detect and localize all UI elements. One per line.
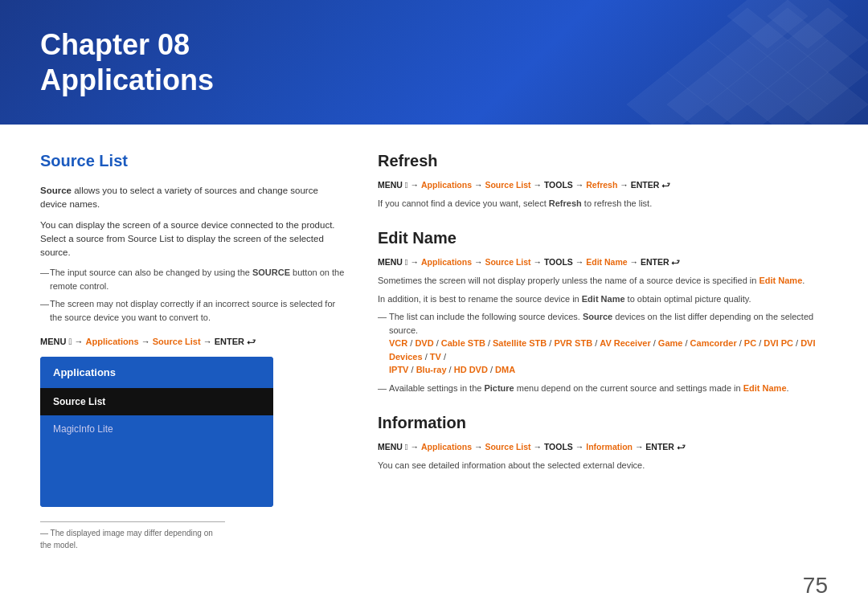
- edit-name-bullet-2: Available settings in the Picture menu d…: [378, 382, 828, 395]
- information-body: You can see detailed information about t…: [378, 459, 828, 472]
- refresh-heading: Refresh: [378, 149, 828, 173]
- app-box-magicinfo[interactable]: MagicInfo Lite: [40, 415, 273, 443]
- bullet-1: The input source can also be changed by …: [40, 266, 346, 292]
- chapter-title: Chapter 08 Applications: [40, 27, 214, 96]
- source-list-title: Source List: [40, 149, 346, 173]
- body-paragraph-1: You can display the screen of a source d…: [40, 219, 346, 260]
- edit-name-menu-path: MENU  → Applications → Source List → TO…: [378, 256, 828, 269]
- app-box-header: Applications: [40, 357, 273, 389]
- refresh-menu-path: MENU  → Applications → Source List → TO…: [378, 179, 828, 192]
- intro-paragraph: Source allows you to select a variety of…: [40, 184, 346, 212]
- page-header: Chapter 08 Applications: [0, 0, 868, 125]
- applications-box: Applications Source List MagicInfo Lite: [40, 357, 273, 508]
- edit-name-body-1: Sometimes the screen will not display pr…: [378, 274, 828, 288]
- bullet-2: The screen may not display correctly if …: [40, 297, 346, 324]
- page-number: 75: [803, 573, 828, 599]
- edit-name-bullet-1: The list can include the following sourc…: [378, 310, 828, 377]
- right-column: Refresh MENU  → Applications → Source L…: [378, 149, 828, 597]
- footnote-text: ― The displayed image may differ dependi…: [40, 527, 225, 551]
- source-bold: Source: [40, 186, 72, 195]
- information-menu-path: MENU  → Applications → Source List → TO…: [378, 441, 828, 454]
- menu-path-left: MENU  → Applications → Source List → EN…: [40, 335, 346, 349]
- left-column: Source List Source allows you to select …: [40, 149, 346, 597]
- app-box-source-list[interactable]: Source List: [40, 388, 273, 415]
- refresh-body: If you cannot find a device you want, se…: [378, 197, 828, 210]
- edit-name-body-2: In addition, it is best to rename the so…: [378, 292, 828, 306]
- main-content: Source List Source allows you to select …: [0, 125, 868, 613]
- footnote-area: ― The displayed image may differ dependi…: [40, 521, 225, 551]
- edit-name-heading: Edit Name: [378, 226, 828, 250]
- information-heading: Information: [378, 411, 828, 435]
- app-box-footer: [40, 443, 273, 507]
